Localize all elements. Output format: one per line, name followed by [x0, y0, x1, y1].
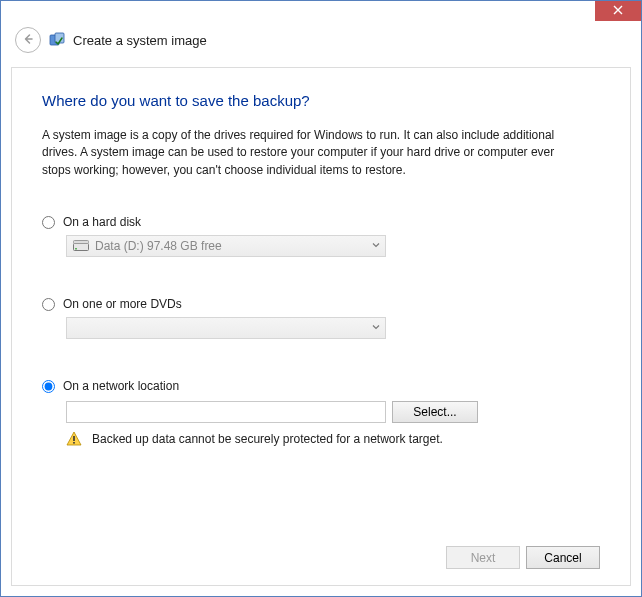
system-image-icon [49, 32, 65, 48]
radio-dvd[interactable] [42, 298, 55, 311]
wizard-window: Create a system image Where do you want … [0, 0, 642, 597]
warning-icon [66, 431, 82, 447]
hard-disk-combo[interactable]: Data (D:) 97.48 GB free [66, 235, 386, 257]
close-icon [613, 4, 623, 18]
option-dvd-label: On one or more DVDs [63, 297, 182, 311]
cancel-button[interactable]: Cancel [526, 546, 600, 569]
option-hard-disk-label: On a hard disk [63, 215, 141, 229]
description: A system image is a copy of the drives r… [42, 127, 582, 179]
footer: Next Cancel [42, 530, 600, 569]
chevron-down-icon [371, 321, 381, 335]
select-button[interactable]: Select... [392, 401, 478, 423]
option-hard-disk[interactable]: On a hard disk [42, 215, 600, 229]
hard-disk-combo-value: Data (D:) 97.48 GB free [95, 239, 222, 253]
network-warning-text: Backed up data cannot be securely protec… [92, 432, 443, 446]
svg-rect-3 [75, 248, 77, 250]
network-path-input[interactable] [66, 401, 386, 423]
svg-rect-4 [74, 241, 89, 244]
back-button[interactable] [15, 27, 41, 53]
content-panel: Where do you want to save the backup? A … [11, 67, 631, 586]
titlebar [1, 1, 641, 23]
next-button[interactable]: Next [446, 546, 520, 569]
option-network-label: On a network location [63, 379, 179, 393]
chevron-down-icon [371, 239, 381, 253]
dvd-combo[interactable] [66, 317, 386, 339]
back-arrow-icon [21, 32, 35, 49]
svg-rect-5 [73, 436, 75, 441]
close-button[interactable] [595, 1, 641, 21]
page-title: Create a system image [73, 33, 207, 48]
header-row: Create a system image [1, 23, 641, 67]
radio-network[interactable] [42, 380, 55, 393]
heading: Where do you want to save the backup? [42, 92, 600, 109]
option-dvd[interactable]: On one or more DVDs [42, 297, 600, 311]
option-network[interactable]: On a network location [42, 379, 600, 393]
radio-hard-disk[interactable] [42, 216, 55, 229]
svg-rect-6 [73, 442, 75, 444]
drive-icon [73, 240, 89, 252]
